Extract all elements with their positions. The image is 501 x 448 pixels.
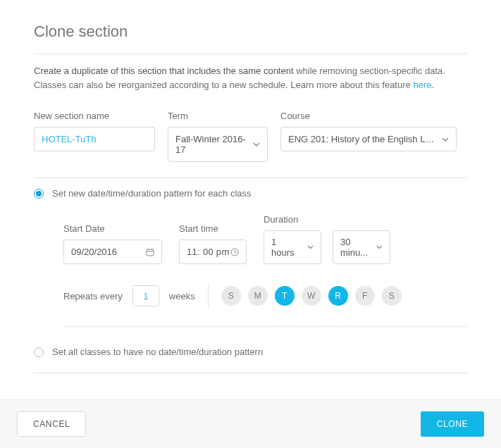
- term-label: Term: [168, 111, 268, 121]
- start-date-label: Start Date: [63, 223, 162, 234]
- no-pattern-radio-label: Set all classes to have no date/time/dur…: [52, 347, 263, 357]
- course-select[interactable]: ENG 201: History of the English Lang...: [280, 127, 457, 151]
- day-tue[interactable]: T: [275, 286, 295, 306]
- start-time-value: 11: 00 pm: [187, 247, 230, 257]
- section-name-label: New section name: [34, 111, 155, 121]
- section-name-input[interactable]: HOTEL-TuTh: [34, 127, 155, 151]
- term-select[interactable]: Fall-Winter 2016-17: [168, 127, 268, 162]
- chevron-down-icon: [253, 142, 260, 147]
- start-time-label: Start time: [179, 223, 247, 234]
- divider: [34, 373, 467, 373]
- start-time-input[interactable]: 11: 00 pm: [179, 239, 247, 264]
- chevron-down-icon: [442, 137, 449, 142]
- repeats-input[interactable]: 1: [132, 285, 159, 306]
- no-pattern-radio[interactable]: [34, 347, 44, 357]
- repeats-unit: weeks: [169, 291, 195, 301]
- repeats-label: Repeats every: [63, 291, 123, 301]
- chevron-down-icon: [376, 245, 383, 249]
- svg-line-6: [235, 252, 237, 253]
- course-label: Course: [280, 111, 457, 121]
- pattern-radio-label: Set new date/time/duration pattern for e…: [52, 188, 252, 199]
- duration-label: Duration: [264, 214, 390, 225]
- clone-button[interactable]: CLONE: [421, 411, 484, 437]
- divider: [34, 54, 467, 54]
- calendar-icon: [146, 248, 154, 256]
- clock-icon: [230, 248, 239, 256]
- cancel-button[interactable]: CANCEL: [17, 411, 86, 437]
- course-value: ENG 201: History of the English Lang...: [288, 134, 436, 144]
- divider: [34, 178, 467, 178]
- description-strong: Create a duplicate of this section that …: [34, 66, 294, 76]
- duration-hours-select[interactable]: 1 hours: [264, 230, 321, 264]
- duration-minutes-value: 30 minu...: [340, 237, 371, 258]
- page-title: Clone section: [34, 23, 467, 41]
- vertical-divider: [208, 284, 209, 308]
- term-value: Fall-Winter 2016-17: [175, 134, 247, 155]
- start-date-value: 09/20/2016: [71, 247, 117, 257]
- day-fri[interactable]: F: [355, 286, 375, 306]
- day-wed[interactable]: W: [302, 286, 321, 306]
- day-mon[interactable]: M: [248, 286, 268, 306]
- start-date-input[interactable]: 09/20/2016: [63, 239, 162, 264]
- description-after: .: [431, 80, 434, 90]
- weekday-picker: S M T W R F S: [221, 286, 402, 306]
- day-sat[interactable]: S: [382, 286, 402, 306]
- svg-rect-0: [147, 249, 154, 256]
- pattern-radio[interactable]: [34, 189, 44, 199]
- chevron-down-icon: [307, 245, 314, 249]
- duration-minutes-select[interactable]: 30 minu...: [333, 230, 390, 264]
- learn-more-link[interactable]: here: [413, 80, 431, 90]
- day-sun[interactable]: S: [221, 286, 241, 306]
- description: Create a duplicate of this section that …: [34, 64, 467, 92]
- day-thu[interactable]: R: [328, 286, 348, 306]
- duration-hours-value: 1 hours: [271, 237, 302, 258]
- dialog-footer: CANCEL CLONE: [0, 399, 501, 448]
